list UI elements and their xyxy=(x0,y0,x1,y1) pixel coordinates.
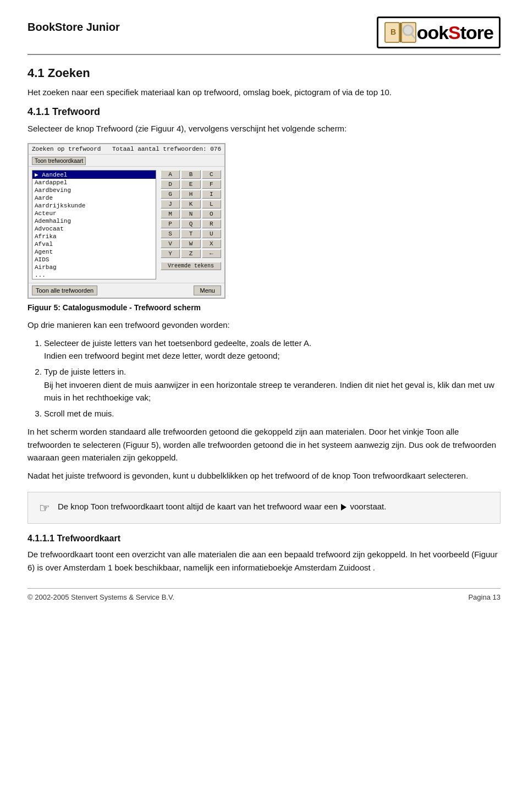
letter-o[interactable]: O xyxy=(202,210,221,218)
letter-d[interactable]: D xyxy=(161,180,180,189)
letter-v[interactable]: V xyxy=(161,239,180,248)
note-box: ☞ De knop Toon trefwoordkaart toont alti… xyxy=(28,492,501,524)
letter-h[interactable]: H xyxy=(181,190,200,199)
letter-n[interactable]: N xyxy=(181,210,200,218)
letter-j[interactable]: J xyxy=(161,200,180,209)
letter-y[interactable]: Y xyxy=(161,249,180,258)
dialog-body: ▶ Aandeel Aardappel Aardbeving Aarde Aar… xyxy=(29,167,224,283)
letter-t[interactable]: T xyxy=(181,229,200,238)
list-item[interactable]: Ademhaling xyxy=(32,217,156,225)
figure-5-caption: Figuur 5: Catalogusmodule - Trefwoord sc… xyxy=(28,303,501,312)
section-411-heading: 4.1.1 Trefwoord xyxy=(28,106,501,118)
logo-text: ookStore xyxy=(417,22,493,43)
letter-g[interactable]: G xyxy=(161,190,180,199)
list-item-3: Scroll met de muis. xyxy=(44,407,501,420)
footer-page: Pagina 13 xyxy=(468,593,501,601)
letter-c[interactable]: C xyxy=(202,170,221,179)
list-item-aandeel[interactable]: ▶ Aandeel xyxy=(32,171,156,179)
list-item-1-sub: Indien een trefwoord begint met deze let… xyxy=(44,351,280,360)
toon-alle-trefwoorden-button[interactable]: Toon alle trefwoorden xyxy=(32,286,97,295)
para-trefwoorden-1: In het scherm worden standaard alle tref… xyxy=(28,425,501,464)
letter-a[interactable]: A xyxy=(161,170,180,179)
list-item[interactable]: Agent xyxy=(32,248,156,256)
dialog-title: Zoeken op trefwoord xyxy=(32,146,101,152)
section-4111-heading: 4.1.1.1 Trefwoordkaart xyxy=(28,534,501,544)
list-item-2: Typ de juiste letters in. Bij het invoer… xyxy=(44,365,501,404)
dialog-footer: Toon alle trefwoorden Menu xyxy=(29,283,224,298)
letter-l[interactable]: L xyxy=(202,200,221,209)
note-text-before: De knop Toon trefwoordkaart toont altijd… xyxy=(58,502,340,511)
letter-b[interactable]: B xyxy=(181,170,200,179)
list-item[interactable]: Aardrijkskunde xyxy=(32,202,156,210)
menu-button[interactable]: Menu xyxy=(194,286,221,295)
list-item[interactable]: AIDS xyxy=(32,256,156,264)
letter-q[interactable]: Q xyxy=(181,220,200,228)
letter-f[interactable]: F xyxy=(202,180,221,189)
dialog-total: Totaal aantal trefwoorden: 076 xyxy=(112,146,221,152)
list-item-2-sub: Bij het invoeren dient de muis aanwijzer… xyxy=(44,380,494,402)
list-item-1: Selecteer de juiste letters van het toet… xyxy=(44,337,501,363)
page-footer: © 2002-2005 Stenvert Systems & Service B… xyxy=(28,588,501,601)
letter-e[interactable]: E xyxy=(181,180,200,189)
letter-r[interactable]: R xyxy=(202,220,221,228)
list-item[interactable]: Afrika xyxy=(32,233,156,240)
footer-copyright: © 2002-2005 Stenvert Systems & Service B… xyxy=(28,593,174,601)
note-text-after: voorstaat. xyxy=(350,502,387,511)
letter-s[interactable]: S xyxy=(161,229,180,238)
letter-k[interactable]: K xyxy=(181,200,200,209)
toon-trefwoord-header: Toon trefwoordkaart xyxy=(29,155,224,167)
list-item-1-main: Selecteer de juiste letters van het toet… xyxy=(44,338,311,348)
letter-grid: A B C D E F G H I J K L M N O P Q xyxy=(161,170,221,258)
book-icon: B xyxy=(384,20,417,45)
list-item[interactable]: Aardappel xyxy=(32,179,156,186)
list-item[interactable]: Airbag xyxy=(32,264,156,271)
backspace-button[interactable]: ← xyxy=(202,249,221,258)
toon-trefwoordkaart-button[interactable]: Toon trefwoordkaart xyxy=(32,157,86,165)
list-item[interactable]: Afval xyxy=(32,240,156,248)
list-item[interactable]: Acteur xyxy=(32,210,156,217)
letter-w[interactable]: W xyxy=(181,239,200,248)
section-4111-para1: De trefwoordkaart toont een overzicht va… xyxy=(28,548,501,574)
list-item-3-main: Scroll met de muis. xyxy=(44,409,114,418)
bookstore-logo: B ookStore xyxy=(377,17,501,48)
letter-z[interactable]: Z xyxy=(181,249,200,258)
manieren-intro: Op drie manieren kan een trefwoord gevon… xyxy=(28,319,501,331)
note-icon: ☞ xyxy=(39,501,50,515)
section-41-intro: Het zoeken naar een specifiek materiaal … xyxy=(28,86,501,98)
arrow-right-icon xyxy=(341,504,346,511)
note-text: De knop Toon trefwoordkaart toont altijd… xyxy=(58,500,386,513)
manieren-list: Selecteer de juiste letters van het toet… xyxy=(44,337,501,420)
list-item[interactable]: ... xyxy=(32,271,156,279)
list-item-2-main: Typ de juiste letters in. xyxy=(44,367,126,376)
svg-point-5 xyxy=(404,26,412,34)
vreemde-tekens-button[interactable]: Vreemde tekens xyxy=(161,262,221,270)
list-item[interactable]: Aardbeving xyxy=(32,186,156,194)
letter-i[interactable]: I xyxy=(202,190,221,199)
dialog-header: Zoeken op trefwoord Totaal aantal trefwo… xyxy=(29,144,224,155)
page: BookStore Junior B ookStore 4.1 Zoeken xyxy=(0,0,528,612)
trefwoord-list[interactable]: ▶ Aandeel Aardappel Aardbeving Aarde Aar… xyxy=(32,170,156,279)
page-title: BookStore Junior xyxy=(28,17,120,34)
section-411-intro: Selecteer de knop Trefwoord (zie Figuur … xyxy=(28,122,501,135)
para-trefwoorden-2: Nadat het juiste trefwoord is gevonden, … xyxy=(28,469,501,482)
page-header: BookStore Junior B ookStore xyxy=(28,17,501,55)
letter-u[interactable]: U xyxy=(202,229,221,238)
letter-keyboard: A B C D E F G H I J K L M N O P Q xyxy=(161,170,221,279)
list-item[interactable]: Advocaat xyxy=(32,225,156,233)
section-41-heading: 4.1 Zoeken xyxy=(28,66,501,80)
letter-x[interactable]: X xyxy=(202,239,221,248)
list-item[interactable]: Aarde xyxy=(32,194,156,202)
dialog-screenshot: Zoeken op trefwoord Totaal aantal trefwo… xyxy=(28,143,226,299)
svg-text:B: B xyxy=(391,28,396,36)
letter-p[interactable]: P xyxy=(161,220,180,228)
letter-m[interactable]: M xyxy=(161,210,180,218)
